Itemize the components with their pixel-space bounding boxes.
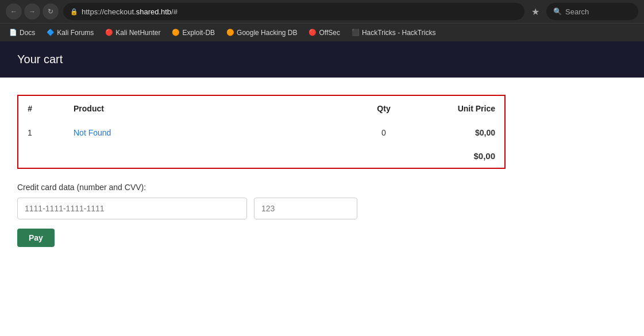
credit-card-label: Credit card data (number and CVV): (17, 183, 627, 192)
bookmark-favicon-docs: 📄 (9, 29, 17, 37)
bookmark-favicon-hacktricks: ⬛ (352, 29, 360, 37)
bookmark-docs[interactable]: 📄 Docs (5, 27, 40, 38)
url-domain: shared.htb (136, 7, 171, 16)
search-icon: 🔍 (553, 7, 562, 16)
reload-button[interactable]: ↻ (43, 3, 59, 20)
browser-toolbar: ← → ↻ 🔒 https://checkout.shared.htb/# ★ … (0, 0, 644, 23)
bookmark-star-button[interactable]: ★ (529, 4, 542, 20)
bookmark-favicon-kali-forums: 🔷 (47, 29, 55, 37)
address-bar[interactable]: 🔒 https://checkout.shared.htb/# (63, 3, 525, 20)
page-body: # Product Qty Unit Price 1 Not Found 0 $… (0, 78, 644, 264)
search-box[interactable]: 🔍 Search (546, 3, 638, 20)
url-path: /# (171, 7, 178, 16)
cart-table: # Product Qty Unit Price 1 Not Found 0 $… (18, 96, 504, 168)
col-header-hash: # (18, 96, 64, 121)
back-button[interactable]: ← (6, 3, 22, 20)
bookmark-label-hacktricks: HackTricks - HackTricks (362, 29, 435, 37)
bookmark-favicon-kali-nethunter: 🔴 (105, 29, 113, 37)
bookmark-kali-nethunter[interactable]: 🔴 Kali NetHunter (101, 27, 165, 38)
credit-card-section: Credit card data (number and CVV): Pay (17, 183, 627, 247)
url-display: https://checkout.shared.htb/# (82, 7, 518, 16)
total-spacer (18, 144, 412, 168)
url-protocol: https://checkout. (82, 7, 136, 16)
bookmark-offsec[interactable]: 🔴 OffSec (304, 27, 344, 38)
table-header-row: # Product Qty Unit Price (18, 96, 504, 121)
bookmark-favicon-exploit-db: 🟠 (172, 29, 180, 37)
card-number-input[interactable] (17, 198, 247, 219)
bookmark-favicon-google-hacking-db: 🟠 (226, 29, 234, 37)
bookmark-label-exploit-db: Exploit-DB (182, 29, 215, 37)
forward-button[interactable]: → (24, 3, 40, 20)
table-row: 1 Not Found 0 $0,00 (18, 121, 504, 144)
bookmark-label-offsec: OffSec (319, 29, 340, 37)
cart-item-number: 1 (18, 121, 64, 144)
col-header-product: Product (64, 96, 355, 121)
cart-total-row: $0,00 (18, 144, 504, 168)
bookmark-label-docs: Docs (20, 29, 35, 37)
cvv-input[interactable] (254, 198, 357, 219)
cart-item-price: $0,00 (412, 121, 504, 144)
credit-card-label-text: Credit card data (number and CVV): (17, 183, 146, 192)
page-content: Your cart # Product Qty Unit Price 1 Not (0, 41, 644, 325)
bookmark-exploit-db[interactable]: 🟠 Exploit-DB (167, 27, 219, 38)
bookmark-hacktricks[interactable]: ⬛ HackTricks - HackTricks (347, 27, 440, 38)
col-header-qty: Qty (355, 96, 412, 121)
cart-total-value: $0,00 (412, 144, 504, 168)
bookmark-google-hacking-db[interactable]: 🟠 Google Hacking DB (222, 27, 302, 38)
card-inputs (17, 198, 627, 219)
browser-controls: ← → ↻ (6, 3, 59, 20)
bookmark-kali-forums[interactable]: 🔷 Kali Forums (42, 27, 98, 38)
bookmarks-bar: 📄 Docs 🔷 Kali Forums 🔴 Kali NetHunter 🟠 … (0, 23, 644, 41)
lock-icon: 🔒 (70, 8, 78, 16)
col-header-unit-price: Unit Price (412, 96, 504, 121)
bookmark-favicon-offsec: 🔴 (308, 29, 317, 37)
cart-item-qty: 0 (355, 121, 412, 144)
search-label: Search (565, 7, 589, 16)
page-title: Your cart (17, 53, 627, 66)
bookmark-label-kali-forums: Kali Forums (57, 29, 94, 37)
pay-button[interactable]: Pay (17, 229, 55, 247)
bookmark-label-google-hacking-db: Google Hacking DB (237, 29, 297, 37)
bookmark-label-kali-nethunter: Kali NetHunter (115, 29, 160, 37)
page-header: Your cart (0, 41, 644, 78)
cart-item-product: Not Found (64, 121, 355, 144)
browser-chrome: ← → ↻ 🔒 https://checkout.shared.htb/# ★ … (0, 0, 644, 41)
cart-table-wrapper: # Product Qty Unit Price 1 Not Found 0 $… (17, 95, 506, 169)
